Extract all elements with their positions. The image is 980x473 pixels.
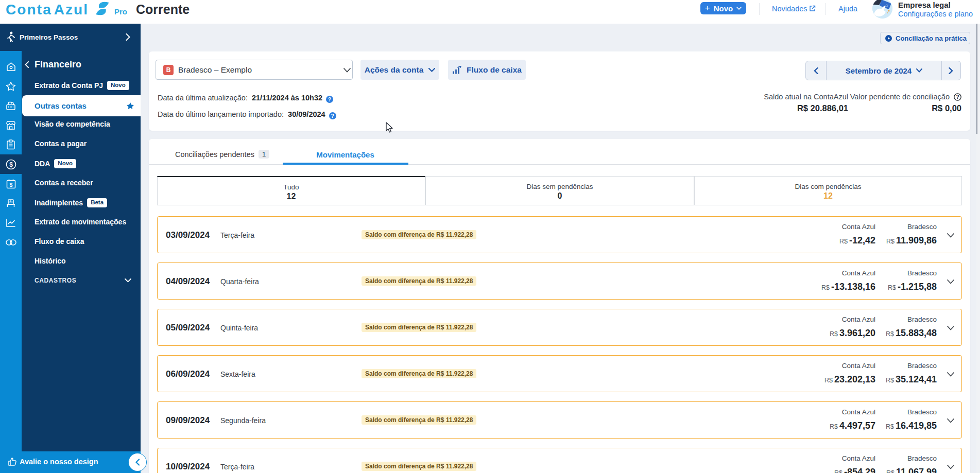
svg-text:$: $ <box>9 182 12 188</box>
svg-text:$: $ <box>9 161 13 168</box>
svg-text:?: ? <box>956 94 959 100</box>
